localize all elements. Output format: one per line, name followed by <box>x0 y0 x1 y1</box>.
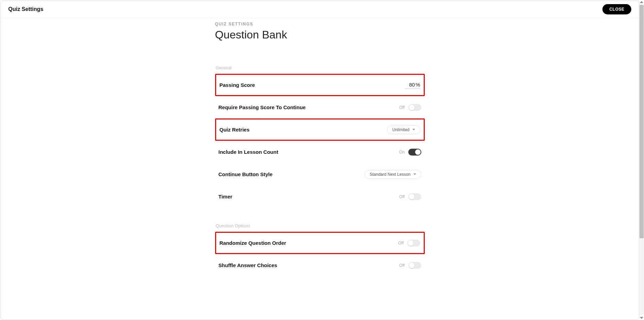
close-button[interactable]: CLOSE <box>602 4 631 14</box>
dialog-header: Quiz Settings CLOSE <box>1 1 639 18</box>
randomize-order-toggle[interactable] <box>407 240 420 247</box>
dialog-content: QUIZ SETTINGS Question Bank General Pass… <box>1 18 639 290</box>
passing-score-value: 80 <box>405 82 415 88</box>
scrollbar-thumb[interactable] <box>640 5 644 238</box>
row-randomize-order: Randomize Question Order Off <box>215 232 425 254</box>
timer-status: Off <box>399 194 405 199</box>
row-continue-style: Continue Button Style Standard Next Less… <box>215 163 425 185</box>
dialog-container: Quiz Settings CLOSE QUIZ SETTINGS Questi… <box>0 0 639 320</box>
chevron-down-icon <box>413 173 416 175</box>
randomize-order-label: Randomize Question Order <box>220 240 286 246</box>
quiz-retries-dropdown[interactable]: Unlimited <box>387 125 420 134</box>
randomize-order-status: Off <box>398 241 404 245</box>
continue-style-value: Standard Next Lesson <box>370 172 411 177</box>
shuffle-choices-status: Off <box>399 263 405 268</box>
page-title: Question Bank <box>215 28 425 41</box>
continue-style-label: Continue Button Style <box>219 171 273 177</box>
eyebrow-label: QUIZ SETTINGS <box>215 22 425 26</box>
require-passing-label: Require Passing Score To Continue <box>219 104 306 110</box>
section-question-options-label: Question Options <box>215 223 425 228</box>
timer-toggle[interactable] <box>408 193 421 200</box>
row-passing-score: Passing Score 80 % <box>215 74 425 96</box>
quiz-retries-value: Unlimited <box>392 127 409 132</box>
shuffle-choices-toggle[interactable] <box>408 262 421 269</box>
quiz-retries-label: Quiz Retries <box>220 127 250 133</box>
require-passing-status: Off <box>399 105 405 110</box>
include-lesson-label: Include In Lesson Count <box>219 149 278 155</box>
toggle-knob <box>408 240 413 246</box>
require-passing-toggle[interactable] <box>408 104 421 111</box>
scroll-down-icon[interactable] <box>640 317 643 319</box>
continue-style-dropdown[interactable]: Standard Next Lesson <box>365 170 421 179</box>
timer-label: Timer <box>219 194 233 199</box>
section-general-label: General <box>215 65 425 70</box>
toggle-knob <box>409 263 414 268</box>
toggle-knob <box>409 194 414 199</box>
chevron-down-icon <box>412 129 415 130</box>
shuffle-choices-label: Shuffle Answer Choices <box>219 262 277 268</box>
dialog-title: Quiz Settings <box>8 6 43 12</box>
row-require-passing: Require Passing Score To Continue Off <box>215 96 425 118</box>
include-lesson-toggle[interactable] <box>408 149 421 156</box>
toggle-knob <box>409 105 414 110</box>
row-include-lesson: Include In Lesson Count On <box>215 141 425 163</box>
scroll-up-icon[interactable] <box>640 1 643 3</box>
passing-score-control[interactable]: 80 % <box>405 82 420 89</box>
include-lesson-status: On <box>399 150 404 155</box>
row-timer: Timer Off <box>215 185 425 208</box>
row-quiz-retries: Quiz Retries Unlimited <box>215 118 425 141</box>
toggle-knob <box>415 149 421 155</box>
passing-score-label: Passing Score <box>220 82 255 88</box>
passing-score-unit: % <box>415 82 420 88</box>
row-shuffle-choices: Shuffle Answer Choices Off <box>215 254 425 276</box>
